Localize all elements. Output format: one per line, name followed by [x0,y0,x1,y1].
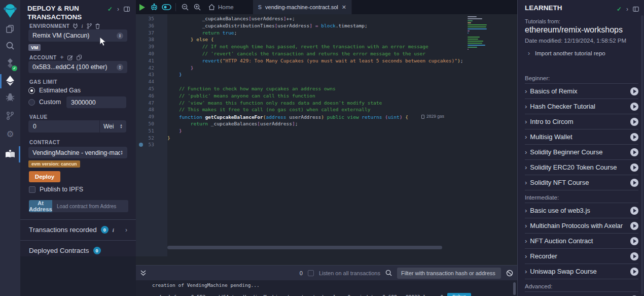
transaction-log-line[interactable]: ✓ [vm] from: 0x5B3...eddC4 to: VendingMa… [152,293,471,296]
play-tutorial-button[interactable] [630,237,638,245]
git-icon[interactable] [0,107,20,124]
line-number[interactable]: 45 [136,85,158,92]
tutorial-item[interactable]: ›Solidity NFT Course [525,175,638,190]
at-address-input[interactable] [52,200,128,212]
line-number[interactable]: 40 [136,50,158,57]
tutorial-item[interactable]: ›Basics of Remix [525,84,638,99]
tutorial-item[interactable]: ›Basic use of web3.js [525,203,638,218]
transactions-expand-icon[interactable]: › [125,226,127,234]
tutorial-item[interactable]: ›Solidity ERC20 Token Course [525,160,638,175]
value-unit-select[interactable]: Wei ▲▼ [99,120,126,133]
line-number[interactable]: 44 [136,78,158,85]
add-account-icon[interactable]: + [60,54,64,61]
collapse-panel-icon[interactable]: › [626,6,628,13]
line-number[interactable]: 39 [136,43,158,50]
run-script-button[interactable] [136,0,148,14]
listen-transactions-checkbox[interactable] [308,270,314,276]
pin-panel-icon[interactable] [633,7,639,12]
line-number[interactable]: 49 [136,113,158,120]
tutorial-item[interactable]: ›Uniswap Swap Course [525,264,638,279]
search-icon[interactable] [0,37,20,54]
custom-gas-input[interactable] [66,96,126,108]
editor-minimap[interactable] [468,16,488,55]
solidity-compiler-icon[interactable]: ✓ [0,55,20,72]
value-input[interactable]: 0 [28,120,99,133]
play-tutorial-button[interactable] [630,118,638,126]
custom-gas-radio[interactable] [28,99,35,106]
play-tutorial-button[interactable] [630,179,638,187]
environment-select[interactable]: Remix VM (Cancun) ▲▼ [28,29,127,42]
line-number[interactable]: 48 [136,106,158,113]
play-tutorial-button[interactable] [630,207,638,215]
tutorial-item[interactable]: ›Multichain Protocols with Axelar [525,218,638,234]
remix-logo[interactable] [0,2,20,19]
copilot-toggle[interactable] [160,0,172,14]
account-select[interactable]: 0x5B3...eddC4 (100 ether) ▲▼ [28,61,127,73]
collapse-terminal-icon[interactable] [140,270,147,276]
plug-icon[interactable] [73,23,78,29]
estimated-gas-radio[interactable] [28,87,35,94]
tutorial-item[interactable]: ›All about Proxy Contracts [525,292,638,296]
tutorial-item[interactable]: ›Intro to Circom [525,114,638,129]
settings-icon[interactable]: ⚙ [0,125,20,143]
line-number[interactable]: 37 [136,29,158,37]
code-editor[interactable]: 35 _cupcakeBalances[userAddress]++;36 _c… [136,14,517,256]
tutorial-item[interactable]: ›Recorder [525,249,638,264]
terminal-search-icon[interactable] [385,270,392,276]
deploy-button[interactable]: Deploy [29,171,60,182]
terminal-scrollbar[interactable] [513,282,516,295]
contract-select[interactable]: VendingMachine - vending-machin ▲▼ [28,147,127,158]
home-tab[interactable]: Home [203,4,239,10]
clear-terminal-icon[interactable] [506,270,513,277]
play-tutorial-button[interactable] [630,163,638,172]
file-explorer-icon[interactable] [0,20,20,38]
delete-environment-icon[interactable] [95,23,100,29]
play-tutorial-button[interactable] [630,148,638,156]
line-number[interactable]: 47 [136,100,158,107]
deploy-run-panel: DEPLOY & RUN TRANSACTIONS ✓ › ENVIRONMEN… [20,0,136,296]
terminal-filter-input[interactable] [397,268,501,279]
deploy-run-icon[interactable] [0,72,20,89]
line-number[interactable]: 43 [136,71,158,78]
debugger-icon[interactable] [0,88,20,106]
tutorial-item[interactable]: ›Hash Checker Tutorial [525,99,638,114]
line-number[interactable]: 35 [136,15,158,22]
editor-horizontal-scrollbar[interactable] [167,246,442,249]
tutorial-item[interactable]: ›NFT Auction Contract [525,234,638,249]
at-address-button[interactable]: At Address [29,200,52,212]
collapse-panel-icon[interactable]: › [117,6,119,13]
line-number[interactable]: 38 [136,36,158,43]
play-tutorial-button[interactable] [630,133,638,141]
line-number[interactable]: 42 [136,64,158,72]
zoom-in-icon[interactable] [191,0,203,14]
import-tutorial-repo[interactable]: › Import another tutorial repo [528,50,605,57]
play-tutorial-button[interactable] [630,103,638,111]
publish-ipfs-checkbox[interactable] [29,186,35,193]
remix-ai-assistant-icon[interactable] [148,0,160,14]
transactions-info-icon[interactable]: i [113,227,114,233]
close-tab-icon[interactable]: ✕ [342,4,346,11]
line-number[interactable]: 51 [136,127,158,135]
play-tutorial-button[interactable] [630,87,638,95]
line-number[interactable]: 36 [136,22,158,29]
play-tutorial-button[interactable] [630,268,638,276]
terminal-log[interactable]: creation of VendingMachine pending... ✓ … [136,280,517,296]
line-number[interactable]: 46 [136,92,158,100]
zoom-out-icon[interactable] [179,0,191,14]
line-number[interactable]: 41 [136,57,158,64]
learneth-icon[interactable] [0,145,20,162]
pin-panel-icon[interactable] [124,7,130,12]
line-number[interactable]: 52 [136,135,158,142]
edit-account-icon[interactable] [67,55,73,60]
debug-button[interactable]: Debug [447,293,471,296]
learneth-scrollbar[interactable] [641,15,643,294]
tutorial-item[interactable]: ›Multisig Wallet [525,129,638,145]
tutorial-item[interactable]: ›Solidity Beginner Course [525,145,638,160]
tab-vending-machine-contract[interactable]: S vending-machine-contract.sol ✕ [253,0,352,14]
play-tutorial-button[interactable] [630,252,638,260]
environment-info-icon[interactable]: i [81,23,83,29]
copy-account-icon[interactable] [77,55,82,60]
line-number[interactable]: 50 [136,120,158,127]
play-tutorial-button[interactable] [630,222,638,230]
fork-environment-icon[interactable] [87,23,92,29]
